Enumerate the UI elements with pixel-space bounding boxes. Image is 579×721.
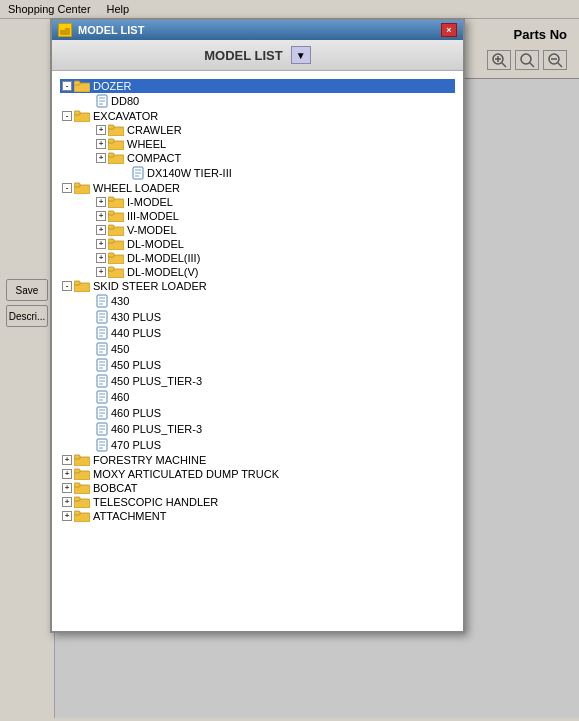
expand-compact[interactable]: + [96, 153, 106, 163]
node-label-skid-steer: SKID STEER LOADER [93, 280, 207, 292]
doc-icon-430 [96, 294, 108, 308]
tree-node-dd80[interactable]: DD80 [60, 93, 455, 109]
node-label-470plus: 470 PLUS [111, 439, 161, 451]
tree-node-dl-model[interactable]: + DL-MODEL [60, 237, 455, 251]
svg-rect-22 [108, 139, 114, 143]
modal-titlebar: MODEL LIST × [52, 20, 463, 40]
tree-node-460plus[interactable]: 460 PLUS [60, 405, 455, 421]
tree-node-430[interactable]: 430 [60, 293, 455, 309]
close-button[interactable]: × [441, 23, 457, 37]
doc-icon-460plus-tier3 [96, 422, 108, 436]
folder-icon-dl-model-v [108, 266, 124, 278]
tree-container[interactable]: - DOZER DD80 - [52, 71, 463, 631]
doc-icon-450 [96, 342, 108, 356]
node-label-v-model: V-MODEL [127, 224, 177, 236]
node-label-dl-model-iii: DL-MODEL(III) [127, 252, 200, 264]
node-label-dozer: DOZER [93, 80, 132, 92]
tree-node-460plus-tier3[interactable]: 460 PLUS_TIER-3 [60, 421, 455, 437]
folder-icon-telescopic [74, 496, 90, 508]
expand-skid-steer[interactable]: - [62, 281, 72, 291]
expand-wheel-loader[interactable]: - [62, 183, 72, 193]
folder-icon-compact [108, 152, 124, 164]
tree-node-430plus[interactable]: 430 PLUS [60, 309, 455, 325]
expand-telescopic[interactable]: + [62, 497, 72, 507]
svg-line-7 [558, 63, 562, 67]
doc-icon-460 [96, 390, 108, 404]
expand-dl-model[interactable]: + [96, 239, 106, 249]
tree-node-iii-model[interactable]: + III-MODEL [60, 209, 455, 223]
expand-wheel[interactable]: + [96, 139, 106, 149]
tree-node-skid-steer[interactable]: - SKID STEER LOADER [60, 279, 455, 293]
tree-node-dl-model-v[interactable]: + DL-MODEL(V) [60, 265, 455, 279]
menu-shopping-center[interactable]: Shopping Center [8, 3, 91, 15]
folder-icon-forestry [74, 454, 90, 466]
modal-header-title: MODEL LIST [204, 48, 282, 63]
expand-dl-model-iii[interactable]: + [96, 253, 106, 263]
tree-node-v-model[interactable]: + V-MODEL [60, 223, 455, 237]
svg-rect-44 [74, 281, 80, 285]
node-label-460plus-tier3: 460 PLUS_TIER-3 [111, 423, 202, 435]
zoom-out-button[interactable] [543, 50, 567, 70]
zoom-in-button[interactable] [487, 50, 511, 70]
tree-node-460[interactable]: 460 [60, 389, 455, 405]
tree-node-450plus[interactable]: 450 PLUS [60, 357, 455, 373]
tree-node-crawler[interactable]: + CRAWLER [60, 123, 455, 137]
tree-node-dozer[interactable]: - DOZER [60, 79, 455, 93]
node-label-wheel: WHEEL [127, 138, 166, 150]
doc-icon-440plus [96, 326, 108, 340]
expand-iii-model[interactable]: + [96, 211, 106, 221]
expand-crawler[interactable]: + [96, 125, 106, 135]
svg-rect-20 [108, 125, 114, 129]
tree-node-dx140w[interactable]: DX140W TIER-III [60, 165, 455, 181]
node-label-430: 430 [111, 295, 129, 307]
tree-node-excavator[interactable]: - EXCAVATOR [60, 109, 455, 123]
describe-button[interactable]: Descri... [6, 305, 48, 327]
tree-node-telescopic[interactable]: + TELESCOPIC HANDLER [60, 495, 455, 509]
expand-dozer[interactable]: - [62, 81, 72, 91]
svg-rect-24 [108, 153, 114, 157]
tree-node-470plus[interactable]: 470 PLUS [60, 437, 455, 453]
svg-rect-18 [74, 111, 80, 115]
expand-excavator[interactable]: - [62, 111, 72, 121]
tree-node-attachment[interactable]: + ATTACHMENT [60, 509, 455, 523]
tree-node-compact[interactable]: + COMPACT [60, 151, 455, 165]
expand-dl-model-v[interactable]: + [96, 267, 106, 277]
doc-icon-dd80 [96, 94, 108, 108]
tree-node-moxy[interactable]: + MOXY ARTICULATED DUMP TRUCK [60, 467, 455, 481]
tree-node-wheel-loader[interactable]: - WHEEL LOADER [60, 181, 455, 195]
node-label-excavator: EXCAVATOR [93, 110, 158, 122]
tree-node-dl-model-iii[interactable]: + DL-MODEL(III) [60, 251, 455, 265]
node-label-iii-model: III-MODEL [127, 210, 179, 222]
tree-node-wheel[interactable]: + WHEEL [60, 137, 455, 151]
tree-node-forestry[interactable]: + FORESTRY MACHINE [60, 453, 455, 467]
expand-moxy[interactable]: + [62, 469, 72, 479]
tree-node-450plus-tier3[interactable]: 450 PLUS_TIER-3 [60, 373, 455, 389]
svg-rect-42 [108, 267, 114, 271]
node-label-crawler: CRAWLER [127, 124, 182, 136]
tree-node-440plus[interactable]: 440 PLUS [60, 325, 455, 341]
tree-node-i-model[interactable]: + I-MODEL [60, 195, 455, 209]
tree-node-bobcat[interactable]: + BOBCAT [60, 481, 455, 495]
doc-icon-430plus [96, 310, 108, 324]
node-label-wheel-loader: WHEEL LOADER [93, 182, 180, 194]
expand-forestry[interactable]: + [62, 455, 72, 465]
save-button[interactable]: Save [6, 279, 48, 301]
node-label-450plus-tier3: 450 PLUS_TIER-3 [111, 375, 202, 387]
doc-icon-450plus [96, 358, 108, 372]
expand-i-model[interactable]: + [96, 197, 106, 207]
svg-rect-38 [108, 239, 114, 243]
model-list-modal: MODEL LIST × MODEL LIST ▼ - DOZER [50, 18, 465, 633]
folder-icon-crawler [108, 124, 124, 136]
expand-attachment[interactable]: + [62, 511, 72, 521]
svg-rect-34 [108, 211, 114, 215]
zoom-fit-button[interactable] [515, 50, 539, 70]
header-dropdown[interactable]: ▼ [291, 46, 311, 64]
menu-help[interactable]: Help [107, 3, 130, 15]
expand-bobcat[interactable]: + [62, 483, 72, 493]
node-label-440plus: 440 PLUS [111, 327, 161, 339]
svg-rect-36 [108, 225, 114, 229]
tree-node-450[interactable]: 450 [60, 341, 455, 357]
expand-v-model[interactable]: + [96, 225, 106, 235]
node-label-450plus: 450 PLUS [111, 359, 161, 371]
node-label-460: 460 [111, 391, 129, 403]
